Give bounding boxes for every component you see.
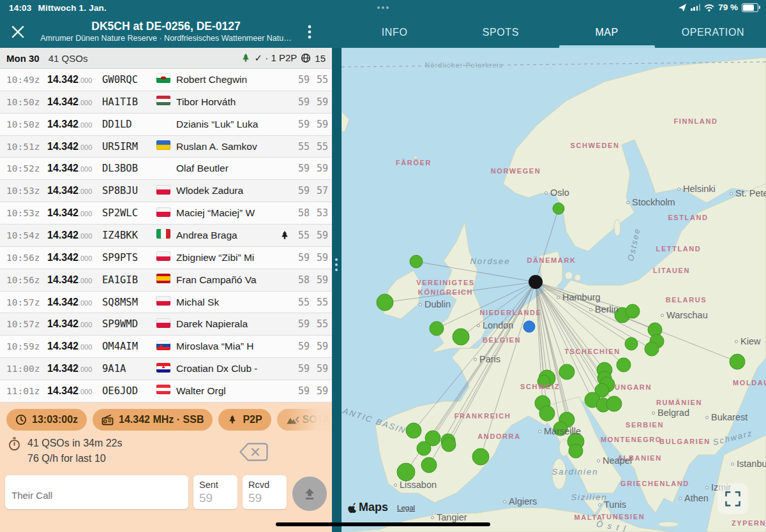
- qso-station-dot[interactable]: [453, 329, 469, 345]
- qso-callsign: GW0RQC: [102, 74, 156, 85]
- italy-flag-icon: [156, 229, 170, 239]
- their-call-input[interactable]: [5, 475, 188, 509]
- qso-callsign: OM4AIM: [102, 341, 156, 352]
- hungary-flag-icon: [156, 96, 170, 105]
- fullscreen-icon[interactable]: [717, 484, 748, 514]
- austria-flag-icon: [156, 385, 170, 394]
- operator-location-dot[interactable]: [529, 275, 543, 289]
- table-row[interactable]: 10:50z14.342.000DD1LDDzianis “Luk” Luka5…: [0, 114, 332, 136]
- table-row[interactable]: 11:00z14.342.0009A1ACroatian Dx Club -59…: [0, 358, 332, 380]
- battery-percent: 79 %: [718, 3, 738, 12]
- qso-rst-sent: 55: [291, 230, 310, 241]
- sent-value: 59: [199, 491, 237, 505]
- qso-time: 10:59z: [6, 341, 47, 351]
- wales-flag-icon: [156, 73, 170, 83]
- entry-fields: Sent 59 Rcvd 59: [5, 475, 327, 509]
- backspace-icon[interactable]: [239, 442, 268, 462]
- table-row[interactable]: 10:59z14.342.000OM4AIMMiroslava “Mia” H5…: [0, 336, 332, 358]
- tree-icon: [227, 415, 237, 425]
- log-qso-button[interactable]: [292, 477, 327, 511]
- table-row[interactable]: 10:52z14.342.000DL3BOBOlaf Beutler5959: [0, 158, 332, 180]
- table-row[interactable]: 10:53z14.342.000SP2WLCMaciej “Maciej” W5…: [0, 202, 332, 225]
- qso-name: Walter Orgl: [176, 385, 278, 397]
- table-row[interactable]: 10:57z14.342.000SP9WMDDarek Napierala595…: [0, 313, 332, 336]
- qso-station-dot[interactable]: [553, 422, 567, 436]
- table-row[interactable]: 10:49z14.342.000GW0RQCRobert Chegwin5955: [0, 69, 332, 91]
- spot-dot-blue[interactable]: [523, 321, 535, 332]
- tab-map[interactable]: MAP: [554, 17, 660, 48]
- home-indicator[interactable]: [276, 522, 490, 526]
- tab-spots[interactable]: SPOTS: [447, 17, 553, 48]
- table-row[interactable]: 10:54z14.342.000IZ4BKKAndrea Braga5559: [0, 225, 332, 247]
- qso-name: Darek Napierala: [176, 318, 278, 330]
- close-icon[interactable]: [11, 26, 24, 38]
- panel-divider[interactable]: [332, 48, 342, 532]
- qso-station-dot[interactable]: [430, 321, 444, 336]
- qso-rst-sent: 59: [291, 363, 310, 374]
- qso-station-dot[interactable]: [617, 358, 631, 372]
- page-subtitle: Amrumer Dünen Nature Reserve · Nordfries…: [35, 33, 297, 44]
- qso-flag: [156, 207, 176, 219]
- qso-time: 10:50z: [6, 97, 47, 107]
- table-row[interactable]: 10:51z14.342.000UR5IRMRuslan A. Samkov55…: [0, 136, 332, 158]
- table-row[interactable]: 10:56z14.342.000EA1GIBFran Campañó Va585…: [0, 269, 332, 292]
- dxcc-count: 15: [315, 53, 326, 64]
- qso-name: Olaf Beutler: [176, 163, 278, 174]
- qso-station-dot[interactable]: [397, 463, 415, 481]
- poland-flag-icon: [156, 296, 170, 306]
- rcvd-field[interactable]: Rcvd 59: [243, 475, 287, 509]
- qso-station-dot[interactable]: [569, 444, 583, 458]
- tab-operation[interactable]: OPERATION: [660, 17, 766, 48]
- qso-station-dot[interactable]: [730, 354, 745, 369]
- qso-station-dot[interactable]: [421, 457, 437, 473]
- qso-list: 10:49z14.342.000GW0RQCRobert Chegwin5955…: [0, 69, 332, 403]
- qso-name: Tibor Horváth: [176, 96, 278, 108]
- qso-frequency: 14.342.000: [47, 230, 102, 241]
- legal-link[interactable]: Legal: [397, 504, 415, 512]
- poland-flag-icon: [156, 185, 170, 195]
- qso-rst-rcvd: 57: [310, 185, 328, 196]
- qso-callsign: SQ8MSM: [102, 297, 156, 308]
- ukraine-flag-icon: [156, 140, 170, 150]
- qso-station-dot[interactable]: [606, 396, 622, 411]
- chip-14-342-mhz-ssb[interactable]: 14.342 MHz · SSB: [93, 409, 213, 431]
- qso-station-dot[interactable]: [539, 406, 555, 421]
- tree-icon: [280, 230, 290, 240]
- chip-p2p[interactable]: P2P: [218, 409, 271, 431]
- qso-station-dot[interactable]: [442, 438, 456, 452]
- map-view[interactable]: Nördlicher PolarkreisFÄRÖERNORWEGENSCHWE…: [342, 48, 766, 532]
- apple-logo-icon: [348, 502, 357, 513]
- qso-rst-sent: 59: [291, 385, 310, 397]
- qso-flag: [156, 274, 176, 286]
- qso-flag: [156, 185, 176, 197]
- status-time: 14:03: [9, 3, 32, 13]
- chip-sota[interactable]: SOTA: [277, 409, 332, 431]
- more-menu-icon[interactable]: [308, 25, 315, 39]
- qso-rst-sent: 59: [291, 252, 310, 263]
- qso-station-dot[interactable]: [417, 441, 431, 455]
- qso-station-dot[interactable]: [553, 203, 564, 214]
- rcvd-value: 59: [248, 491, 287, 505]
- tab-info[interactable]: INFO: [342, 17, 447, 48]
- qso-station-dot[interactable]: [625, 337, 638, 350]
- chip-13-03-00z[interactable]: 13:03:00z: [6, 409, 87, 431]
- sent-field[interactable]: Sent 59: [193, 475, 237, 509]
- qso-station-dot[interactable]: [377, 294, 393, 311]
- qso-station-dot[interactable]: [537, 375, 550, 388]
- qso-station-dot[interactable]: [645, 342, 659, 356]
- table-row[interactable]: 10:53z14.342.000SP8BJUWlodek Zadura5957: [0, 180, 332, 202]
- table-row[interactable]: 10:56z14.342.000SP9PTSZbigniew “Zibi” Mi…: [0, 247, 332, 269]
- table-row[interactable]: 10:57z14.342.000SQ8MSMMichal Sk5555: [0, 292, 332, 314]
- qso-station-dot[interactable]: [406, 423, 421, 438]
- qso-station-dot[interactable]: [559, 364, 574, 380]
- qso-station-dot[interactable]: [472, 448, 489, 465]
- qso-frequency: 14.342.000: [47, 252, 102, 263]
- table-row[interactable]: 10:50z14.342.000HA1TIBTibor Horváth5959: [0, 91, 332, 114]
- qso-station-dot[interactable]: [410, 255, 423, 268]
- table-row[interactable]: 11:01z14.342.000OE6JODWalter Orgl5959: [0, 380, 332, 403]
- qso-station-dot[interactable]: [626, 304, 640, 318]
- rcvd-label: Rcvd: [248, 480, 287, 490]
- qso-rst-sent: 59: [291, 119, 310, 130]
- qso-callsign: IZ4BKK: [102, 230, 156, 241]
- multitask-dots-icon[interactable]: [377, 6, 389, 9]
